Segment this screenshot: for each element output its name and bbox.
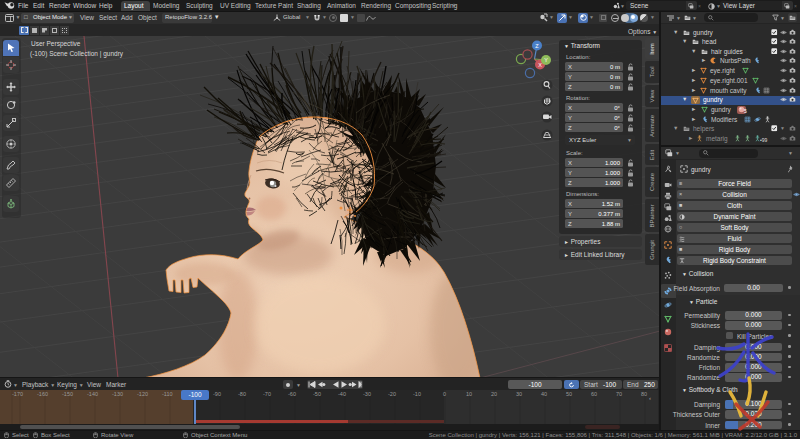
svg-text:Y: Y	[544, 57, 548, 63]
svg-text:X: X	[538, 62, 542, 68]
